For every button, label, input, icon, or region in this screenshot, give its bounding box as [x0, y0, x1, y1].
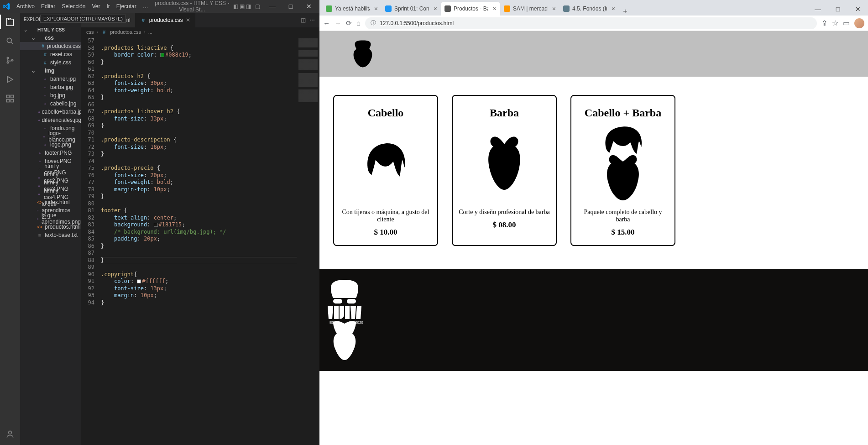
- reload-button[interactable]: ⟳: [346, 19, 352, 27]
- menu-selección[interactable]: Selección: [59, 2, 88, 10]
- browser-toolbar: ← → ⟳ ⌂ ⓘ 127.0.0.1:5500/productos.html …: [319, 16, 868, 31]
- browser-tab[interactable]: Productos - Barbe×: [441, 2, 500, 16]
- source-control-icon[interactable]: [5, 55, 16, 66]
- close-tab-icon[interactable]: ×: [612, 5, 615, 12]
- site-info-icon[interactable]: ⓘ: [371, 19, 376, 27]
- tree-row[interactable]: ▫bg.jpg: [20, 91, 81, 99]
- minimap[interactable]: [297, 37, 319, 445]
- close-tab-icon[interactable]: ×: [374, 5, 378, 12]
- menu-archivo[interactable]: Archivo: [14, 2, 37, 10]
- run-debug-icon[interactable]: [5, 74, 16, 85]
- svg-point-2: [7, 62, 8, 63]
- product-card[interactable]: Cabello + Barba Paquete completo de cabe…: [570, 95, 675, 246]
- maximize-button[interactable]: □: [283, 3, 298, 10]
- svg-text:2020: 2020: [355, 320, 363, 325]
- menu-ver[interactable]: Ver: [89, 2, 103, 10]
- menu-ejecutar[interactable]: Ejecutar: [114, 2, 139, 10]
- tree-row[interactable]: #style.css: [20, 58, 81, 67]
- minimize-button[interactable]: —: [808, 3, 828, 16]
- editor-tab[interactable]: #productos.css✕: [136, 13, 195, 27]
- close-tab-icon[interactable]: ×: [552, 5, 556, 12]
- tree-row[interactable]: ▫cabello.jpg: [20, 99, 81, 108]
- bookmark-icon[interactable]: ☆: [832, 19, 838, 27]
- close-button[interactable]: ✕: [848, 3, 868, 16]
- tree-row[interactable]: ⌄css: [20, 34, 81, 42]
- close-tab-icon[interactable]: ✕: [186, 17, 190, 23]
- forward-button[interactable]: →: [335, 19, 341, 27]
- tree-row[interactable]: ▫barba.jpg: [20, 83, 81, 91]
- zen-icon[interactable]: ▢: [255, 3, 260, 10]
- tree-row[interactable]: ▫lo que aprendimos.png: [20, 215, 81, 223]
- minimize-button[interactable]: —: [265, 3, 280, 10]
- close-button[interactable]: ✕: [301, 3, 317, 10]
- browser-tab[interactable]: Ya está habilitada×: [322, 2, 382, 16]
- cursor-line: [101, 257, 311, 264]
- split-editor-icon[interactable]: ◫: [301, 17, 306, 23]
- editor-group: <>productos.html#productos.css✕ ◫ ⋯ css›…: [81, 13, 319, 445]
- tree-row[interactable]: ▫logo-blanco.png: [20, 132, 81, 141]
- reader-icon[interactable]: ▭: [843, 19, 850, 27]
- tree-row[interactable]: ▫banner.jpg: [20, 75, 81, 83]
- close-tab-icon[interactable]: ×: [493, 5, 497, 12]
- tree-row[interactable]: ▫html y css4.PNG: [20, 190, 81, 198]
- code-content[interactable]: .productos li:active { border-color: #08…: [101, 37, 297, 445]
- line-numbers: 57 58 59 60 61 62 63 64 65 66 67 68 69 7…: [81, 37, 101, 445]
- tree-row[interactable]: ▫diferenciales.jpg: [20, 116, 81, 124]
- product-card[interactable]: Cabello Con tijeras o máquina, a gusto d…: [333, 95, 438, 246]
- beard-logo-icon: [347, 38, 379, 70]
- panel-bottom-icon[interactable]: ▣: [240, 3, 245, 10]
- tree-row[interactable]: ▫footer.PNG: [20, 149, 81, 157]
- more-icon[interactable]: ⋯: [309, 17, 315, 23]
- product-title: Cabello: [340, 107, 432, 119]
- panel-left-icon[interactable]: ◧: [233, 3, 238, 10]
- menu-…[interactable]: …: [140, 2, 151, 10]
- tree-row[interactable]: #reset.css: [20, 50, 81, 58]
- code-editor[interactable]: 57 58 59 60 61 62 63 64 65 66 67 68 69 7…: [81, 37, 319, 445]
- product-price: $ 10.00: [340, 228, 432, 237]
- share-icon[interactable]: ⇪: [821, 19, 827, 27]
- menu-editar[interactable]: Editar: [38, 2, 58, 10]
- menu-ir[interactable]: Ir: [104, 2, 112, 10]
- new-tab-button[interactable]: +: [619, 7, 632, 16]
- tree-row[interactable]: ⌄img: [20, 67, 81, 75]
- svg-point-0: [7, 38, 11, 42]
- svg-rect-5: [11, 95, 14, 98]
- close-tab-icon[interactable]: ×: [434, 5, 437, 12]
- tree-row[interactable]: ≡texto-base.txt: [20, 231, 81, 239]
- window-title: productos.css - HTML Y CSS - Visual St..…: [151, 0, 233, 13]
- address-bar[interactable]: ⓘ 127.0.0.1:5500/productos.html: [365, 17, 817, 29]
- tree-row[interactable]: <>productos.html: [20, 223, 81, 231]
- product-card[interactable]: Barba Corte y diseño profesional de barb…: [452, 95, 557, 246]
- window-controls: — □ ✕: [265, 3, 317, 10]
- tree-row[interactable]: ▫cabello+barba.jpg: [20, 108, 81, 116]
- explorer-icon[interactable]: [5, 16, 16, 27]
- tree-row[interactable]: ⌄HTML Y CSS: [20, 26, 81, 34]
- page-footer: ESTD 2020: [319, 269, 868, 371]
- product-description: Con tijeras o máquina, a gusto del clien…: [340, 209, 432, 223]
- account-icon[interactable]: [5, 429, 16, 440]
- tree-row[interactable]: #productos.css: [20, 42, 81, 50]
- explorer-sidebar: EXPLORADOR Explorador (Ctrl+Mayús+E) ⌄HT…: [20, 13, 81, 445]
- layout-icons: ◧ ▣ ◨ | ▢: [233, 3, 260, 10]
- activity-bar: [0, 13, 20, 445]
- maximize-button[interactable]: □: [828, 3, 848, 16]
- home-button[interactable]: ⌂: [356, 19, 361, 27]
- search-icon[interactable]: [5, 36, 16, 47]
- product-description: Paquete completo de cabello y barba: [577, 209, 669, 223]
- profile-avatar[interactable]: [854, 18, 864, 28]
- product-description: Corte y diseño profesional de barba: [458, 209, 550, 216]
- svg-point-1: [7, 57, 8, 58]
- svg-rect-4: [7, 95, 10, 98]
- browser-tab[interactable]: Sprint 01: Constru×: [382, 2, 441, 16]
- browser-tab[interactable]: 4.5. Fondos (Intro×: [559, 2, 619, 16]
- breadcrumbs[interactable]: css›# productos.css›...: [81, 27, 319, 37]
- svg-point-8: [9, 431, 12, 434]
- panel-right-icon[interactable]: ◨: [246, 3, 251, 10]
- product-image: [458, 128, 550, 197]
- page-content: Cabello Con tijeras o máquina, a gusto d…: [319, 31, 868, 445]
- svg-rect-6: [7, 99, 10, 102]
- back-button[interactable]: ←: [323, 19, 330, 27]
- extensions-icon[interactable]: [5, 93, 16, 104]
- url-text: 127.0.0.1:5500/productos.html: [380, 20, 454, 26]
- browser-tab[interactable]: SAM | mercado×: [500, 2, 559, 16]
